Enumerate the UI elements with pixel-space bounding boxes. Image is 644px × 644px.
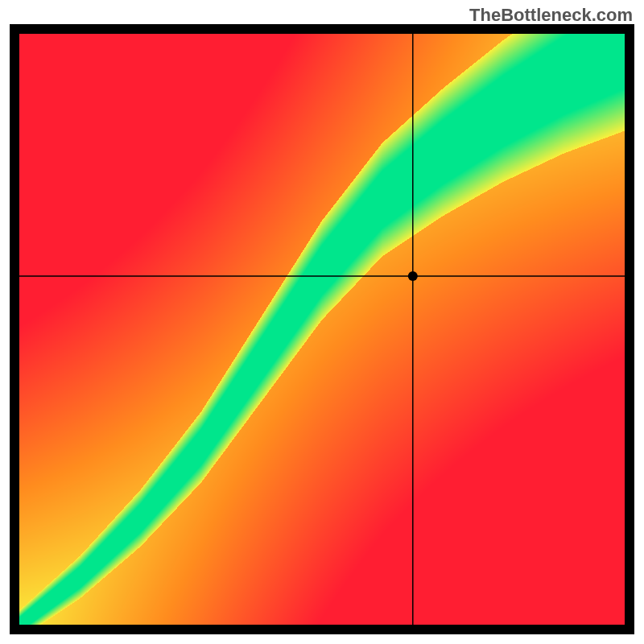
heatmap-chart [10,24,634,634]
heatmap-canvas [10,24,634,634]
watermark-text: TheBottleneck.com [469,5,633,26]
